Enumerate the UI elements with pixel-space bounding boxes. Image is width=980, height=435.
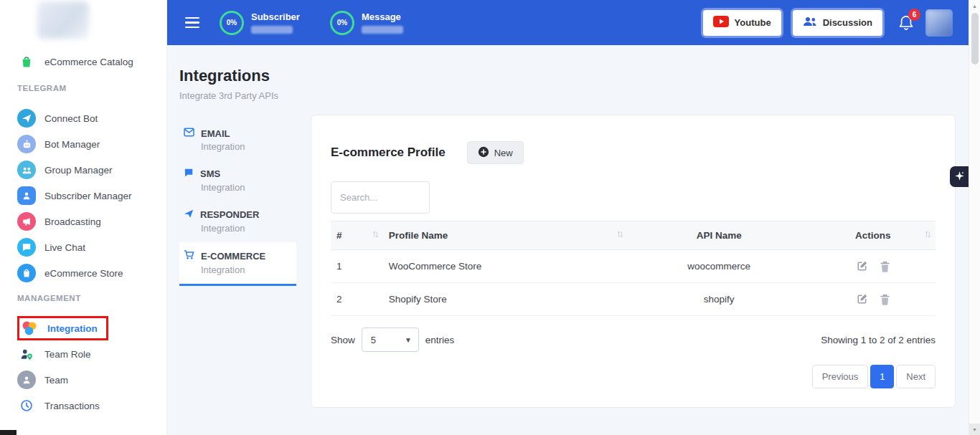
shopping-bag-green-icon <box>17 52 36 71</box>
sidebar-item-label: Bot Manager <box>44 139 100 150</box>
current-page-button[interactable]: 1 <box>870 365 894 388</box>
ecommerce-profile-card: E-commerce Profile New # <box>311 115 956 408</box>
row-api-name: woocommerce <box>628 250 810 283</box>
sidebar-item-label: Transactions <box>44 401 100 411</box>
page-title: Integrations <box>179 67 969 85</box>
message-label: Message <box>362 11 403 22</box>
team-person-icon <box>17 371 36 389</box>
edit-button[interactable] <box>856 293 868 305</box>
table-row: 2 Shopify Store shopify <box>331 283 936 316</box>
scroll-up-arrow[interactable]: ▲ <box>969 0 980 11</box>
sidebar-item-ecommerce-store[interactable]: eCommerce Store <box>0 260 166 286</box>
subscriber-value-blurred <box>251 26 293 34</box>
column-header-actions[interactable]: Actions <box>810 221 936 250</box>
chat-bubble-icon <box>17 238 36 257</box>
sort-icon <box>925 230 931 241</box>
hamburger-menu-button[interactable] <box>185 17 199 29</box>
sidebar-item-team-role[interactable]: Team Role <box>0 341 166 367</box>
person-pin-icon <box>17 345 36 363</box>
edit-button[interactable] <box>856 260 868 272</box>
message-value-blurred <box>362 26 403 34</box>
previous-page-button[interactable]: Previous <box>812 365 869 388</box>
tab-ecommerce-integration[interactable]: E-COMMERCE Integration <box>179 242 296 286</box>
scroll-down-arrow[interactable]: ▼ <box>969 424 980 435</box>
discussion-button[interactable]: Discussion <box>793 10 882 36</box>
sidebar-section-management: MANAGEMENT <box>0 294 166 302</box>
delete-button[interactable] <box>880 294 890 305</box>
assistant-widget-button[interactable] <box>950 166 969 187</box>
sidebar-item-label: Connect Bot <box>44 113 98 124</box>
cart-icon <box>184 249 194 262</box>
tab-name: RESPONDER <box>200 209 259 220</box>
tab-responder-integration[interactable]: RESPONDER Integration <box>179 201 296 242</box>
sidebar-item-label: Subscriber Manager <box>44 191 132 201</box>
sms-chat-icon <box>184 168 194 180</box>
tab-subtitle: Integration <box>201 182 293 193</box>
sidebar-item-ecommerce-catalog[interactable]: eCommerce Catalog <box>0 49 166 75</box>
app-logo-blurred <box>37 1 89 39</box>
scrollbar-thumb[interactable] <box>971 13 979 64</box>
column-header-label: # <box>336 230 342 241</box>
tab-subtitle: Integration <box>201 264 293 275</box>
clock-history-icon <box>17 396 36 415</box>
topbar: 0% Subscriber 0% Message Youtube <box>167 0 969 45</box>
sort-icon <box>372 230 379 241</box>
sidebar-item-transactions[interactable]: Transactions <box>0 393 166 419</box>
delete-button[interactable] <box>880 261 890 272</box>
sidebar-item-subscriber-manager[interactable]: Subscriber Manager <box>0 183 166 209</box>
card-title: E-commerce Profile <box>331 145 446 160</box>
row-actions <box>810 283 936 316</box>
sidebar-item-team[interactable]: Team <box>0 367 166 393</box>
youtube-icon <box>713 16 729 29</box>
sidebar-item-bot-manager[interactable]: Bot Manager <box>0 131 166 157</box>
page-subtitle: Integrate 3rd Party APIs <box>179 90 969 101</box>
sidebar-section-telegram: TELEGRAM <box>0 84 166 92</box>
bell-icon <box>898 21 914 34</box>
pagination: Previous 1 Next <box>331 365 936 388</box>
tab-sms-integration[interactable]: SMS Integration <box>179 161 296 201</box>
plus-circle-icon <box>478 146 489 160</box>
tab-subtitle: Integration <box>201 141 293 152</box>
row-actions <box>810 250 936 283</box>
youtube-button[interactable]: Youtube <box>703 10 781 36</box>
page-size-select[interactable]: 5 ▼ <box>362 328 419 352</box>
scrollbar[interactable]: ▲ ▼ <box>969 0 980 435</box>
subscriber-percent: 0% <box>227 19 237 27</box>
integration-circles-icon <box>20 319 39 338</box>
paper-plane-icon <box>184 209 194 221</box>
sidebar-item-label: Team Role <box>44 349 91 360</box>
sidebar-item-live-chat[interactable]: Live Chat <box>0 234 166 260</box>
integration-tabs: EMAIL Integration SMS Integration <box>179 120 296 286</box>
sidebar-item-integration[interactable]: Integration <box>0 315 166 341</box>
avatar-image-blurred <box>925 9 953 37</box>
sidebar-item-label: Broadcasting <box>44 216 101 227</box>
column-header-label: Profile Name <box>389 230 448 241</box>
search-input[interactable] <box>331 181 430 214</box>
subscriber-stat: 0% Subscriber <box>220 11 300 35</box>
column-header-profile-name[interactable]: Profile Name <box>383 221 628 250</box>
next-page-button[interactable]: Next <box>896 365 936 388</box>
message-percent: 0% <box>337 19 347 27</box>
row-num: 1 <box>331 250 383 283</box>
new-profile-button[interactable]: New <box>467 141 524 164</box>
message-progress-ring: 0% <box>330 11 354 35</box>
youtube-button-label: Youtube <box>735 17 771 28</box>
user-avatar[interactable] <box>925 9 953 37</box>
sort-icon <box>617 230 623 241</box>
table-row: 1 WooCommerce Store woocommerce <box>331 250 936 283</box>
main-content: Integrations Integrate 3rd Party APIs EM… <box>167 45 969 435</box>
tab-name: E-COMMERCE <box>201 251 265 262</box>
subscriber-person-icon <box>17 186 36 205</box>
sidebar-item-label: eCommerce Store <box>44 268 123 279</box>
column-header-api-name[interactable]: API Name <box>628 221 810 250</box>
sidebar-item-label: Integration <box>47 323 98 334</box>
notifications-button[interactable]: 6 <box>898 11 914 34</box>
row-api-name: shopify <box>628 283 810 316</box>
sidebar-item-connect-bot[interactable]: Connect Bot <box>0 105 166 131</box>
column-header-num[interactable]: # <box>331 221 383 250</box>
tab-email-integration[interactable]: EMAIL Integration <box>179 120 296 161</box>
page-size-value: 5 <box>362 335 405 345</box>
sidebar-item-broadcasting[interactable]: Broadcasting <box>0 209 166 234</box>
sidebar-item-label: eCommerce Catalog <box>44 57 133 67</box>
sidebar-item-group-manager[interactable]: Group Manager <box>0 157 166 183</box>
